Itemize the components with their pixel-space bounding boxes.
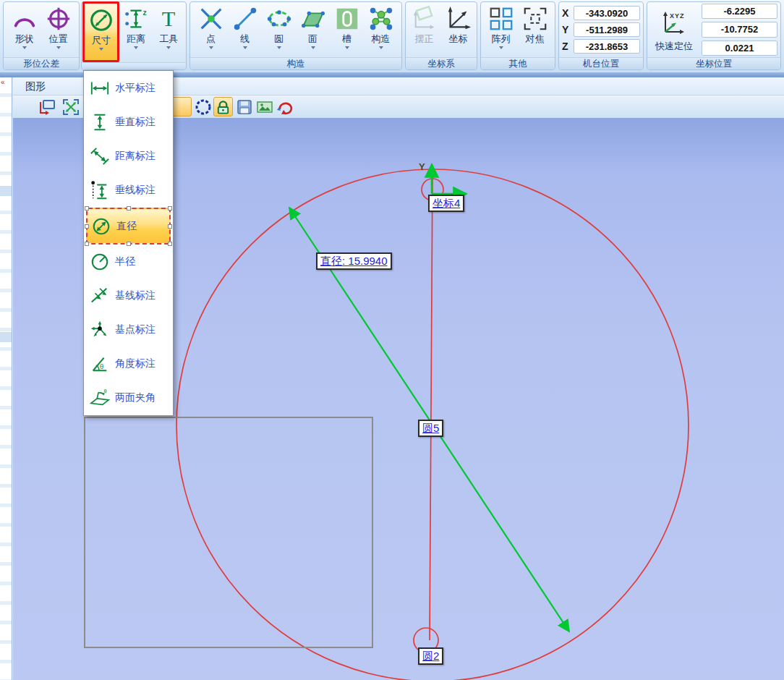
collapse-chevron-icon[interactable]: « bbox=[1, 78, 5, 87]
tools-button[interactable]: T 工具 bbox=[153, 2, 185, 57]
chevron-down-icon bbox=[379, 46, 383, 51]
selection-handle bbox=[85, 224, 89, 229]
position-value-3[interactable]: 0.0221 bbox=[702, 41, 777, 56]
menu-item-baseline-dim[interactable]: 基线标注 bbox=[85, 279, 172, 313]
dotted-circle-icon bbox=[194, 98, 213, 116]
menu-item-dihedral-angle[interactable]: θ 两面夹角 bbox=[85, 381, 172, 415]
arc-shape-icon bbox=[11, 4, 38, 33]
dotted-circle-button[interactable] bbox=[193, 97, 213, 116]
menu-item-basepoint-dim[interactable]: 基点标注 bbox=[85, 313, 172, 347]
feature-label-circle5[interactable]: 圆5 bbox=[418, 420, 443, 437]
radius-dim-icon bbox=[88, 251, 111, 273]
menu-item-diameter[interactable]: 直径 bbox=[86, 208, 171, 245]
dimension-button[interactable]: 尺寸 bbox=[82, 1, 119, 62]
feature-label-coord4[interactable]: 坐标4 bbox=[428, 195, 464, 212]
chevron-down-icon bbox=[166, 46, 171, 51]
chevron-down-icon bbox=[134, 46, 138, 51]
menu-item-perpendicular-dim[interactable]: 垂线标注 bbox=[85, 173, 172, 207]
position-value-2[interactable]: -10.7752 bbox=[702, 22, 777, 37]
menu-item-angle-dim[interactable]: θ 角度标注 bbox=[85, 347, 172, 381]
menu-item-radius[interactable]: 半径 bbox=[85, 245, 172, 279]
circle-button[interactable]: 圆 bbox=[262, 2, 296, 57]
menu-item-distance-dim[interactable]: 距离标注 bbox=[85, 140, 172, 174]
chevron-down-icon bbox=[99, 48, 103, 53]
selection-rectangle bbox=[85, 417, 372, 647]
fit-view-button[interactable] bbox=[61, 97, 80, 116]
zoom-region-button[interactable] bbox=[37, 97, 56, 116]
feature-label-diameter[interactable]: 直径: 15.9940 bbox=[316, 252, 392, 270]
machine-x-value[interactable]: -343.0920 bbox=[574, 6, 640, 20]
machine-z-label: Z bbox=[562, 41, 570, 52]
coordinate-button[interactable]: 坐标 bbox=[441, 2, 475, 57]
collapsed-side-panel[interactable]: « bbox=[0, 77, 12, 680]
diameter-circle-icon bbox=[88, 6, 115, 35]
distance-button-label: 距离 bbox=[127, 33, 145, 44]
selection-handle bbox=[168, 242, 172, 246]
construct-button[interactable]: 构造 bbox=[364, 2, 398, 57]
chevron-down-icon bbox=[22, 46, 27, 51]
coordinate-button-label: 坐标 bbox=[449, 33, 468, 44]
fit-view-icon bbox=[61, 98, 80, 116]
side-panel-section-divider bbox=[0, 186, 12, 196]
slot-button[interactable]: 槽 bbox=[330, 2, 364, 57]
position-button[interactable]: 位置 bbox=[41, 2, 75, 57]
menu-item-horizontal-dim[interactable]: 水平标注 bbox=[85, 72, 172, 106]
slot-icon bbox=[333, 4, 361, 33]
ribbon-group-coordsys: 摆正 坐标 坐标系 bbox=[405, 1, 477, 70]
line-button[interactable]: 线 bbox=[228, 2, 262, 57]
chevron-down-icon bbox=[209, 46, 213, 51]
menu-item-vertical-dim[interactable]: 垂直标注 bbox=[85, 106, 172, 140]
zoom-region-icon bbox=[38, 98, 56, 116]
point-button[interactable]: 点 bbox=[194, 2, 228, 57]
shape-button[interactable]: 形状 bbox=[7, 2, 41, 57]
image-button[interactable] bbox=[255, 97, 274, 116]
basepoint-dim-icon bbox=[88, 319, 111, 341]
array-button[interactable]: 阵列 bbox=[484, 2, 518, 57]
group-label-machine: 机台位置 bbox=[559, 57, 643, 69]
menu-item-label: 垂线标注 bbox=[115, 184, 155, 197]
dimension-dropdown-menu: 水平标注 垂直标注 距离标注 垂线标注 bbox=[83, 70, 174, 416]
svg-text:θ: θ bbox=[100, 362, 103, 370]
chevron-down-icon bbox=[243, 46, 247, 51]
machine-y-value[interactable]: -511.2989 bbox=[574, 22, 640, 37]
feature-label-circle2[interactable]: 圆2 bbox=[418, 647, 443, 665]
menu-item-label: 基线标注 bbox=[115, 289, 155, 302]
plane-button-label: 面 bbox=[308, 33, 318, 44]
focus-button-label: 对焦 bbox=[526, 33, 545, 44]
position-value-1[interactable]: -6.2295 bbox=[702, 4, 777, 19]
machine-x-label: X bbox=[562, 7, 570, 19]
ribbon-group-machine: X -343.0920 Y -511.2989 Z -231.8653 机台位置 bbox=[558, 1, 644, 70]
distance-dim-icon bbox=[88, 145, 111, 167]
rotate-button[interactable] bbox=[275, 97, 294, 116]
construct-molecule-icon bbox=[367, 4, 395, 33]
construct-button-label: 构造 bbox=[372, 33, 391, 44]
distance-button[interactable]: z 距离 bbox=[119, 2, 152, 57]
diameter-dim-icon bbox=[90, 216, 113, 237]
chevron-down-icon bbox=[311, 46, 315, 51]
align-button[interactable]: 摆正 bbox=[407, 2, 441, 57]
coordinate-axes-icon bbox=[445, 4, 472, 33]
point-icon bbox=[197, 4, 225, 33]
array-grid-icon bbox=[487, 4, 515, 33]
side-panel-section-divider bbox=[0, 332, 12, 342]
chevron-down-icon bbox=[277, 46, 281, 51]
group-label-position: 坐标位置 bbox=[647, 57, 780, 69]
selection-handle bbox=[85, 242, 89, 246]
ribbon-group-gdt: 形状 位置 形位公差 bbox=[3, 1, 80, 70]
lock-button[interactable] bbox=[213, 97, 233, 116]
menu-item-label: 距离标注 bbox=[115, 150, 155, 163]
hidden-highlighted-button[interactable] bbox=[172, 97, 192, 116]
save-button[interactable] bbox=[234, 97, 254, 116]
plane-button[interactable]: 面 bbox=[296, 2, 330, 57]
menu-item-label: 半径 bbox=[115, 255, 135, 268]
xyz-axes-icon: XYZ bbox=[658, 9, 690, 41]
group-label-coordsys: 坐标系 bbox=[406, 57, 477, 69]
line-icon bbox=[231, 4, 259, 33]
selection-handle bbox=[168, 206, 172, 211]
quick-locate-button[interactable]: XYZ 快速定位 bbox=[650, 4, 698, 56]
svg-text:z: z bbox=[142, 9, 146, 17]
tab-graphics[interactable]: 图形 bbox=[25, 80, 46, 92]
selection-handle bbox=[85, 206, 89, 211]
machine-z-value[interactable]: -231.8653 bbox=[574, 39, 640, 54]
focus-button[interactable]: 对焦 bbox=[518, 2, 552, 57]
